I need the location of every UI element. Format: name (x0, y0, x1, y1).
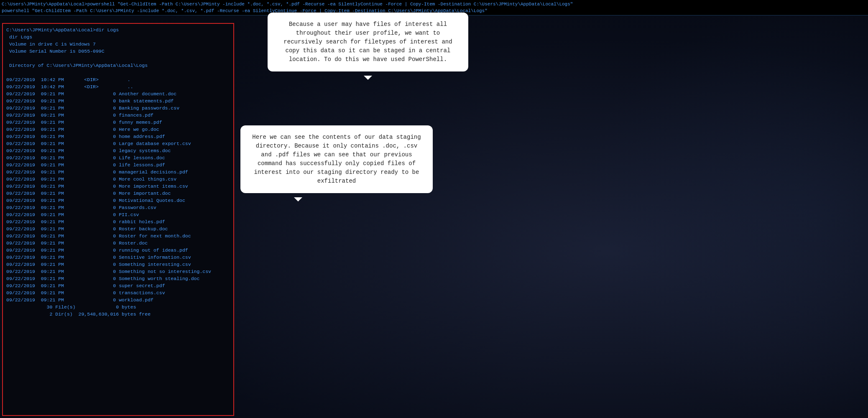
speech-bubble-bottom-text: Here we can see the contents of our data… (252, 134, 421, 184)
speech-bubble-top-text: Because a user may have files of interes… (283, 21, 452, 63)
speech-bubble-top: Because a user may have files of interes… (268, 13, 468, 71)
speech-bubble-bottom: Here we can see the contents of our data… (240, 125, 433, 193)
command-line-1: C:\Users\JPMinty\AppData\Local>powershel… (2, 1, 866, 8)
background-figure (575, 0, 868, 418)
terminal-content: C:\Users\JPMinty\AppData\Local>dir Logs … (3, 24, 233, 320)
terminal-window: C:\Users\JPMinty\AppData\Local>dir Logs … (2, 23, 234, 416)
